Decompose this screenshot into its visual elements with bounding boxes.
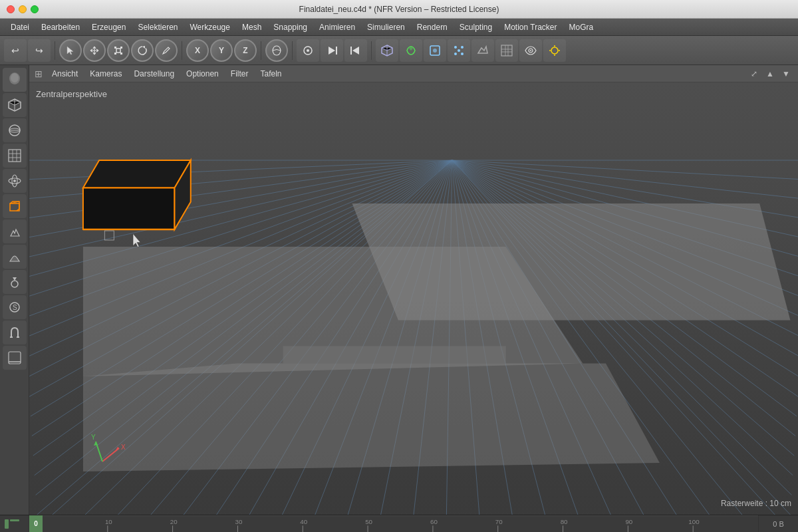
svg-rect-3	[114, 53, 116, 55]
raster-label: Rasterweite : 10 cm	[721, 499, 791, 508]
wrap-button[interactable]	[265, 39, 288, 62]
grid-sidebar-button[interactable]	[3, 144, 27, 168]
box-sidebar-button[interactable]	[3, 194, 27, 218]
viewport-arrows-icon[interactable]: ⤢	[747, 67, 761, 80]
svg-point-45	[11, 281, 18, 287]
atom-sidebar-button[interactable]	[3, 169, 27, 193]
svg-line-52	[102, 448, 119, 462]
record-button[interactable]	[297, 39, 319, 62]
timeline-track[interactable]: 0 10 20 30 40 50 60 70 80 90 100	[29, 515, 758, 532]
viewport-down-icon[interactable]: ▼	[779, 67, 793, 80]
magnet-sidebar-button[interactable]	[3, 321, 27, 344]
cube-sidebar-button[interactable]	[3, 93, 27, 117]
viewport-up-icon[interactable]: ▲	[763, 67, 777, 80]
move-tool-button[interactable]	[83, 39, 106, 62]
playback-group	[297, 39, 367, 62]
viewport-menu-darstellung[interactable]: Darstellung	[128, 68, 180, 80]
view-mode-group	[376, 39, 566, 62]
svg-point-25	[551, 47, 558, 54]
select-tool-button[interactable]	[59, 39, 82, 62]
svg-text:40: 40	[300, 519, 307, 526]
bottom-icon-sidebar-button[interactable]	[3, 346, 27, 370]
viewport-menu-optionen[interactable]: Optionen	[181, 68, 224, 80]
svg-marker-7	[329, 47, 335, 55]
svg-text:S: S	[13, 304, 17, 311]
menu-rendern[interactable]: Rendern	[412, 21, 453, 33]
menu-werkzeuge[interactable]: Werkzeuge	[184, 21, 235, 33]
timeline-frame: 0	[34, 520, 38, 527]
scale-tool-button[interactable]	[107, 39, 130, 62]
menu-datei[interactable]: Datei	[5, 21, 35, 33]
smooth-tool-button[interactable]	[400, 39, 422, 62]
cube-view-button[interactable]	[376, 39, 398, 62]
timeline-end: 0 B	[758, 515, 798, 532]
sphere-sidebar-button[interactable]	[3, 118, 27, 142]
viewport-menu-tafeln[interactable]: Tafeln	[255, 68, 287, 80]
svg-point-31	[11, 73, 19, 82]
light-button[interactable]	[543, 39, 566, 62]
axis-buttons-group: X Y Z	[186, 39, 257, 62]
separator-2	[182, 41, 182, 60]
menu-mesh[interactable]: Mesh	[237, 21, 267, 33]
timeline-playhead[interactable]: 0	[29, 515, 43, 532]
svg-marker-56	[94, 442, 98, 446]
svg-rect-0	[116, 49, 120, 53]
viewport-menu-ansicht[interactable]: Ansicht	[47, 68, 83, 80]
svg-rect-8	[336, 47, 337, 55]
close-button[interactable]	[7, 5, 15, 13]
main-area: S ⊞ Ansicht Kameras Darstellung Optionen…	[0, 65, 798, 515]
x-axis-button[interactable]: X	[186, 39, 209, 62]
menu-bearbeiten[interactable]: Bearbeiten	[36, 21, 85, 33]
menu-erzeugen[interactable]: Erzeugen	[86, 21, 131, 33]
timeline: 0 10 20 30 40 50 60 70 80 90 100	[0, 515, 798, 532]
rotate-tool-button[interactable]	[131, 39, 154, 62]
menu-mogra[interactable]: MoGra	[564, 21, 599, 33]
svg-text:90: 90	[625, 519, 632, 526]
axes-indicator: X Y	[76, 422, 129, 475]
svg-point-24	[530, 50, 531, 51]
redo-button[interactable]: ↪	[28, 39, 51, 62]
pen-tool-button[interactable]	[155, 39, 178, 62]
grid-canvas	[29, 82, 798, 515]
z-axis-button[interactable]: Z	[234, 39, 257, 62]
viewport-container: ⊞ Ansicht Kameras Darstellung Optionen F…	[29, 65, 798, 515]
deform-button[interactable]	[471, 39, 494, 62]
play-reverse-button[interactable]	[344, 39, 367, 62]
svg-rect-18	[501, 45, 512, 56]
viewport-menu-kameras[interactable]: Kameras	[84, 68, 127, 80]
svg-point-17	[461, 53, 464, 55]
object-button[interactable]	[424, 39, 446, 62]
timeline-ticks-svg: 10 20 30 40 50 60 70 80 90 100	[43, 515, 758, 532]
svg-point-42	[13, 180, 16, 182]
window-title: Finaldatei_neu.c4d * (NFR Version – Rest…	[299, 5, 499, 14]
y-axis-button[interactable]: Y	[210, 39, 233, 62]
tool4-sidebar-button[interactable]: S	[3, 295, 27, 319]
undo-button[interactable]: ↩	[4, 39, 27, 62]
svg-point-6	[307, 49, 309, 52]
svg-text:30: 30	[235, 519, 243, 526]
maximize-button[interactable]	[31, 5, 39, 13]
viewport-menu-filter[interactable]: Filter	[225, 68, 254, 80]
play-forward-button[interactable]	[321, 39, 343, 62]
3d-viewport[interactable]: Zentralperspektive X Y Rasterweite : 10 …	[29, 82, 798, 515]
menu-simulieren[interactable]: Simulieren	[362, 21, 410, 33]
svg-rect-35	[9, 150, 21, 162]
toolbar: ↩ ↪ X Y Z	[0, 36, 798, 65]
tool2-sidebar-button[interactable]	[3, 245, 27, 269]
eye-button[interactable]	[519, 39, 542, 62]
svg-text:80: 80	[561, 519, 568, 526]
menu-animieren[interactable]: Animieren	[314, 21, 360, 33]
svg-text:Y: Y	[91, 434, 96, 441]
menubar: Datei Bearbeiten Erzeugen Selektieren We…	[0, 19, 798, 36]
traffic-lights	[7, 5, 39, 13]
menu-sculpting[interactable]: Sculpting	[454, 21, 497, 33]
grid-view-button[interactable]	[495, 39, 518, 62]
menu-selektieren[interactable]: Selektieren	[132, 21, 183, 33]
menu-motion-tracker[interactable]: Motion Tracker	[499, 21, 562, 33]
particle-button[interactable]	[448, 39, 470, 62]
tool1-sidebar-button[interactable]	[3, 219, 27, 243]
tool3-sidebar-button[interactable]	[3, 270, 27, 294]
menu-snapping[interactable]: Snapping	[268, 21, 313, 33]
viewport-label: Zentralperspektive	[36, 89, 107, 99]
minimize-button[interactable]	[19, 5, 27, 13]
